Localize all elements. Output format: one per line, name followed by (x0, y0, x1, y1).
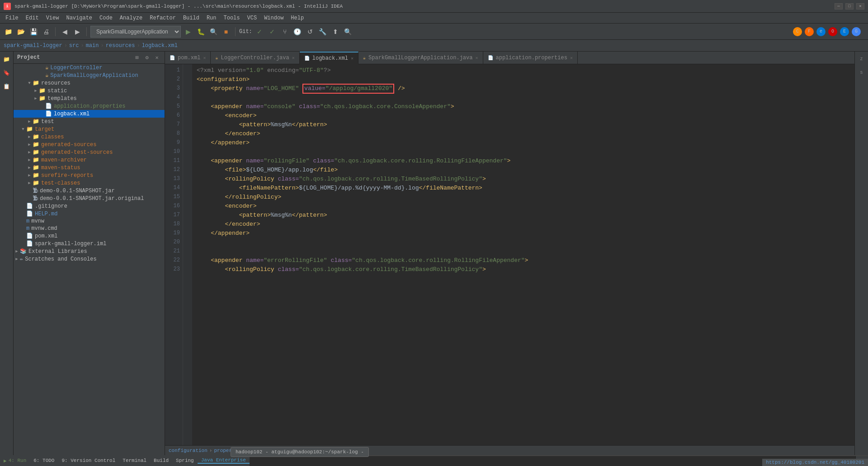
breadcrumb-config[interactable]: configuration (169, 448, 208, 453)
right-icon-1[interactable]: Z (857, 54, 867, 64)
nav-project[interactable]: spark-gmall-logger (4, 43, 62, 49)
sidebar-settings-btn[interactable]: ⚙ (143, 53, 151, 62)
git-history-btn[interactable]: 🕐 (292, 26, 303, 37)
menu-run[interactable]: Run (203, 14, 220, 22)
menu-refactor[interactable]: Refactor (146, 14, 179, 22)
code-editor[interactable]: 12345 678910 1112131415 1617181920 21222… (165, 64, 854, 445)
git-check-btn[interactable]: ✓ (254, 26, 265, 37)
toolbar-save-btn[interactable]: 💾 (28, 26, 39, 37)
tree-item-gen-sources[interactable]: ▶ 📁 generated-sources (14, 141, 165, 148)
tab-pom[interactable]: 📄 pom.xml ✕ (165, 52, 211, 64)
toolbar-back-btn[interactable]: ◀ (59, 26, 70, 37)
git-tick-btn[interactable]: ✓ (267, 26, 278, 37)
close-button[interactable]: ✕ (856, 3, 864, 10)
menu-build[interactable]: Build (179, 14, 203, 22)
git-push-btn[interactable]: ⬆ (330, 26, 341, 37)
toolbar-open-btn[interactable]: 📂 (15, 26, 26, 37)
menu-file[interactable]: File (2, 14, 22, 22)
bottom-run-tab[interactable]: ▶ 4: Run (0, 458, 30, 464)
tree-item-gitignore[interactable]: 📄 .gitignore (14, 202, 165, 210)
tree-item-app-props[interactable]: 📄 application.properties (14, 102, 165, 110)
menu-window[interactable]: Window (260, 14, 287, 22)
search-everywhere-btn[interactable]: 🔍 (343, 26, 354, 37)
tree-item-test-classes[interactable]: ▶ 📁 test-classes (14, 179, 165, 187)
tree-item-resources[interactable]: ▼ 📁 resources (14, 79, 165, 87)
tree-item-static[interactable]: ▶ 📁 static (14, 87, 165, 95)
chrome2-icon[interactable]: G (852, 27, 861, 36)
menu-view[interactable]: View (42, 14, 63, 22)
bottom-todo-tab[interactable]: 6: TODO (30, 458, 58, 463)
sidebar-expand-btn[interactable]: ⊞ (133, 53, 141, 62)
tab-logger[interactable]: ☕ LoggerController.java ✕ (211, 52, 299, 64)
tab-logback-close[interactable]: ✕ (351, 56, 354, 61)
menu-help[interactable]: Help (287, 14, 307, 22)
tree-item-iml[interactable]: 📄 spark-gmall-logger.iml (14, 240, 165, 247)
tab-logger-close[interactable]: ✕ (292, 55, 295, 61)
tab-sparkapp-close[interactable]: ✕ (475, 55, 478, 61)
tree-item-target[interactable]: ▼ 📁 target (14, 125, 165, 133)
edge-icon[interactable]: E (840, 27, 849, 36)
sidebar-hide-btn[interactable]: ✕ (153, 53, 161, 62)
tab-pom-close[interactable]: ✕ (203, 55, 206, 61)
toolbar-forward-btn[interactable]: ▶ (72, 26, 83, 37)
tree-item-scratches[interactable]: ▶ ✏ Scratches and Consoles (14, 255, 165, 263)
tab-appprops-close[interactable]: ✕ (570, 55, 573, 61)
tree-item-gen-test-sources[interactable]: ▶ 📁 generated-test-sources (14, 148, 165, 156)
maximize-button[interactable]: □ (845, 3, 854, 10)
tree-item-surefire[interactable]: ▶ 📁 surefire-reports (14, 171, 165, 179)
chrome-icon[interactable]: C (793, 27, 802, 36)
code-content[interactable]: <?xml version="1.0" encoding="UTF-8"?> <… (192, 64, 854, 445)
tree-item-ext-libs[interactable]: ▶ 📚 External Libraries (14, 247, 165, 255)
stop-button[interactable]: ■ (221, 26, 231, 37)
git-merge-btn[interactable]: ⑂ (279, 26, 290, 37)
git-revert-btn[interactable]: ↺ (305, 26, 316, 37)
tree-item-mvnw[interactable]: m mvnw (14, 218, 165, 225)
nav-main[interactable]: main (86, 43, 99, 49)
menu-edit[interactable]: Edit (22, 14, 42, 22)
firefox-icon[interactable]: F (805, 27, 814, 36)
tree-item-logback[interactable]: 📄 logback.xml (14, 110, 165, 118)
tree-item-help-md[interactable]: 📄 HELP.md (14, 210, 165, 218)
opera-icon[interactable]: O (828, 27, 837, 36)
menu-navigate[interactable]: Navigate (62, 14, 96, 22)
run-config-dropdown[interactable]: SparkGmallLoggerApplication (90, 26, 181, 38)
menu-tools[interactable]: Tools (220, 14, 244, 22)
tree-item-pom[interactable]: 📄 pom.xml (14, 232, 165, 240)
bottom-vc-tab[interactable]: 9: Version Control (58, 458, 119, 463)
tree-item-maven-status[interactable]: ▶ 📁 maven-status (14, 164, 165, 171)
git-annotate-btn[interactable]: 🔧 (317, 26, 328, 37)
tree-item-maven-archiver[interactable]: ▶ 📁 maven-archiver (14, 156, 165, 164)
menu-analyze[interactable]: Analyze (116, 14, 146, 22)
tree-item-demo-jar[interactable]: 🗜 demo-0.0.1-SNAPSHOT.jar (14, 187, 165, 195)
debug-button[interactable]: 🐛 (195, 26, 206, 37)
menu-code[interactable]: Code (96, 14, 116, 22)
tree-item-classes[interactable]: ▶ 📁 classes (14, 133, 165, 141)
tree-item-test[interactable]: ▶ 📁 test (14, 118, 165, 125)
minimize-button[interactable]: ─ (835, 3, 843, 10)
tab-sparkapp[interactable]: ☕ SparkGmallLoggerApplication.java ✕ (359, 52, 483, 64)
tree-item-templates[interactable]: ▶ 📁 templates (14, 95, 165, 102)
coverage-button[interactable]: 🔍 (208, 26, 219, 37)
side-bookmark-icon[interactable]: 🔖 (2, 68, 12, 78)
toolbar-print-btn[interactable]: 🖨 (41, 26, 52, 37)
nav-resources[interactable]: resources (106, 43, 135, 49)
bottom-java-tab[interactable]: Java Enterprise (198, 457, 250, 464)
side-structure-icon[interactable]: 📋 (2, 81, 12, 91)
ie-icon[interactable]: e (816, 27, 826, 36)
tree-item-demo-jar-orig[interactable]: 🗜 demo-0.0.1-SNAPSHOT.jar.original (14, 195, 165, 202)
bottom-terminal-tab[interactable]: Terminal (119, 458, 150, 463)
run-button[interactable]: ▶ (183, 26, 193, 37)
nav-src[interactable]: src (69, 43, 79, 49)
tree-item-spark-app[interactable]: ☕ SparkGmallLoggerApplication (14, 71, 165, 79)
toolbar-new-btn[interactable]: 📁 (3, 26, 14, 37)
menu-vcs[interactable]: VCS (244, 14, 261, 22)
tree-item-logger-controller[interactable]: ☕ LoggerController (14, 64, 165, 71)
tab-logback[interactable]: 📄 logback.xml ✕ (300, 52, 359, 64)
tab-appprops[interactable]: 📄 application.properties ✕ (483, 52, 578, 64)
bottom-spring-tab[interactable]: Spring (172, 458, 198, 463)
tree-item-mvnw-cmd[interactable]: m mvnw.cmd (14, 225, 165, 232)
right-icon-2[interactable]: S (857, 68, 867, 78)
bottom-build-tab[interactable]: Build (150, 458, 172, 463)
nav-logback[interactable]: logback.xml (142, 43, 178, 49)
side-project-icon[interactable]: 📁 (2, 54, 12, 64)
